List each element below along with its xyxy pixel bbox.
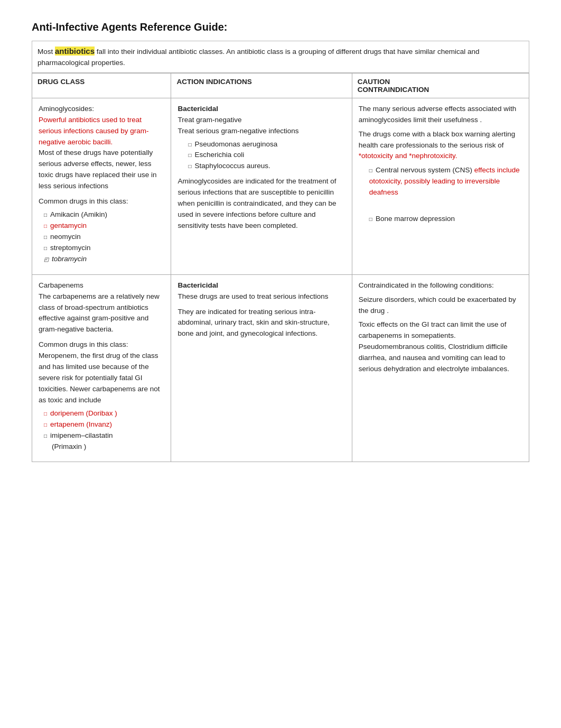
caution-carbapenems: Contraindicated in the following conditi… bbox=[352, 274, 529, 462]
list-item: Amikacin (Amikin) bbox=[44, 209, 164, 220]
aminoglycosides-drug-list: Amikacin (Amikin) gentamycin neomycin st… bbox=[39, 209, 164, 265]
action-sub-list: Pseudomonas aeruginosa Escherichia coli … bbox=[177, 139, 345, 172]
list-item: tobramycin bbox=[44, 254, 164, 265]
list-item: Escherichia coli bbox=[188, 150, 345, 161]
intro-text-before: Most bbox=[38, 48, 55, 56]
list-item: Staphylococcus aureus. bbox=[188, 161, 345, 172]
intro-highlighted-word: antibiotics bbox=[55, 47, 95, 56]
aminoglycosides-red-text: Powerful antibiotics used to treat serio… bbox=[39, 116, 149, 146]
aminoglycosides-common-intro: Common drugs in this class: bbox=[39, 197, 128, 205]
header-drug-class: DRUG CLASS bbox=[32, 73, 171, 98]
action-paragraph: Aminoglycosides are indicated for the tr… bbox=[177, 177, 336, 229]
reference-table: DRUG CLASS ACTION INDICATIONS CAUTIONCON… bbox=[32, 73, 529, 463]
list-item: imipenem–cilastatin (Primaxin ) bbox=[44, 430, 164, 453]
list-item: streptomycin bbox=[44, 243, 164, 254]
action-aminoglycosides: Bactericidal Treat gram-negative Treat s… bbox=[171, 98, 352, 274]
carbapenems-body: The carbapenems are a relatively new cla… bbox=[39, 292, 160, 334]
list-item: doripenem (Doribax ) bbox=[44, 408, 164, 419]
caution-paragraph4: Seizure disorders, which could be exacer… bbox=[359, 294, 522, 317]
carbapenems-drug-list: doripenem (Doribax ) ertapenem (Invanz) … bbox=[39, 408, 164, 453]
intro-text-after: fall into their individual antibiotic cl… bbox=[38, 48, 479, 67]
list-item: gentamycin bbox=[44, 220, 164, 232]
aminoglycosides-name: Aminoglycosides: bbox=[39, 105, 94, 113]
caution-aminoglycosides: The many serious adverse effects associa… bbox=[352, 98, 529, 274]
action-line2: Treat serious gram-negative infections bbox=[177, 127, 298, 135]
list-item: ertapenem (Invanz) bbox=[44, 419, 164, 430]
action-paragraph2: They are indicated for treating serious … bbox=[177, 308, 329, 338]
carbapenems-name: Carbapenems bbox=[39, 281, 83, 289]
action-carbapenems: Bactericidal These drugs are used to tre… bbox=[171, 274, 352, 462]
caution-paragraph1: The many serious adverse effects associa… bbox=[359, 104, 522, 126]
action-type: Bactericidal bbox=[177, 105, 218, 113]
drug-class-carbapenems: Carbapenems The carbapenems are a relati… bbox=[32, 274, 171, 462]
action-line3: These drugs are used to treat serious in… bbox=[177, 292, 328, 300]
caution-red-item1: effects include ototoxicity, possibly le… bbox=[369, 166, 520, 196]
caution-sub-list2: Bone marrow depression bbox=[359, 214, 522, 225]
action-line1: Treat gram-negative bbox=[177, 116, 241, 124]
table-row: Carbapenems The carbapenems are a relati… bbox=[32, 274, 529, 462]
header-action-indications: ACTION INDICATIONS bbox=[171, 73, 352, 98]
action-type2: Bactericidal bbox=[177, 281, 218, 289]
aminoglycosides-body: Most of these drugs have potentially ser… bbox=[39, 149, 157, 190]
caution-red-text: *ototoxicity and *nephrotoxicity. bbox=[359, 152, 457, 160]
caution-paragraph2: The drugs come with a black box warning … bbox=[359, 129, 522, 162]
list-item: Central nervous system (CNS) effects inc… bbox=[369, 165, 522, 198]
intro-box: Most antibiotics fall into their individ… bbox=[32, 41, 529, 73]
carbapenems-common-intro: Common drugs in this class:Meropenem, th… bbox=[39, 340, 160, 404]
header-caution: CAUTIONCONTRAINDICATION bbox=[352, 73, 529, 98]
drug-class-aminoglycosides: Aminoglycosides: Powerful antibiotics us… bbox=[32, 98, 171, 274]
list-item: neomycin bbox=[44, 232, 164, 243]
caution-sub-list: Central nervous system (CNS) effects inc… bbox=[359, 165, 522, 198]
list-item: Pseudomonas aeruginosa bbox=[188, 139, 345, 150]
page-title: Anti-Infective Agents Reference Guide: bbox=[32, 21, 529, 33]
list-item: Bone marrow depression bbox=[369, 214, 522, 225]
table-row: Aminoglycosides: Powerful antibiotics us… bbox=[32, 98, 529, 274]
caution-paragraph5: Toxic effects on the GI tract can limit … bbox=[359, 319, 522, 375]
caution-paragraph3: Contraindicated in the following conditi… bbox=[359, 280, 522, 291]
